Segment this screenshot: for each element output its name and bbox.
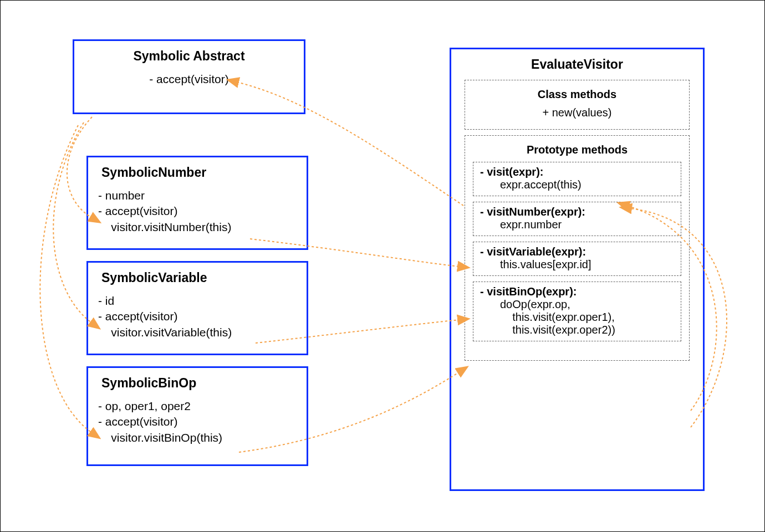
method-sig: - visitNumber(expr): [480, 206, 674, 218]
method-body: visitor.visitBinOp(this) [98, 430, 297, 446]
method-body: expr.accept(this) [480, 178, 674, 191]
class-title: SymbolicVariable [101, 270, 297, 285]
method-accept: - accept(visitor) [98, 203, 297, 219]
method-body: doOp(expr.op, this.visit(expr.oper1), th… [480, 298, 674, 336]
method-sig: - visitVariable(expr): [480, 245, 674, 258]
method-body: expr.number [480, 218, 674, 231]
method-new: + new(values) [473, 106, 681, 119]
class-symbolic-number: SymbolicNumber - number - accept(visitor… [86, 156, 308, 250]
method-accept: - accept(visitor) [84, 71, 294, 87]
group-heading: Class methods [473, 88, 681, 101]
method-body: visitor.visitNumber(this) [98, 219, 297, 235]
method-visit-number: - visitNumber(expr): expr.number [473, 202, 681, 236]
class-title: EvaluateVisitor [461, 57, 693, 72]
method-sig: - visitBinOp(expr): [480, 285, 674, 298]
method-accept: - accept(visitor) [98, 309, 297, 324]
class-symbolic-binop: SymbolicBinOp - op, oper1, oper2 - accep… [86, 366, 308, 466]
method-visit-binop: - visitBinOp(expr): doOp(expr.op, this.v… [473, 282, 681, 341]
class-evaluate-visitor: EvaluateVisitor Class methods + new(valu… [450, 48, 705, 491]
field-number: - number [98, 188, 297, 203]
group-heading: Prototype methods [473, 144, 681, 156]
class-title: Symbolic Abstract [84, 49, 294, 64]
class-symbolic-abstract: Symbolic Abstract - accept(visitor) [73, 39, 305, 114]
diagram-canvas: Symbolic Abstract - accept(visitor) Symb… [0, 0, 765, 532]
class-title: SymbolicBinOp [101, 376, 297, 391]
fields-op: - op, oper1, oper2 [98, 398, 297, 414]
field-id: - id [98, 293, 297, 309]
prototype-methods-group: Prototype methods - visit(expr): expr.ac… [465, 135, 690, 361]
class-symbolic-variable: SymbolicVariable - id - accept(visitor) … [86, 261, 308, 355]
method-accept: - accept(visitor) [98, 414, 297, 429]
class-methods-group: Class methods + new(values) [465, 80, 690, 130]
method-body: visitor.visitVariable(this) [98, 325, 297, 340]
method-sig: - visit(expr): [480, 166, 674, 178]
class-title: SymbolicNumber [101, 165, 297, 180]
method-body: this.values[expr.id] [480, 258, 674, 271]
method-visit-variable: - visitVariable(expr): this.values[expr.… [473, 242, 681, 276]
method-visit: - visit(expr): expr.accept(this) [473, 162, 681, 196]
